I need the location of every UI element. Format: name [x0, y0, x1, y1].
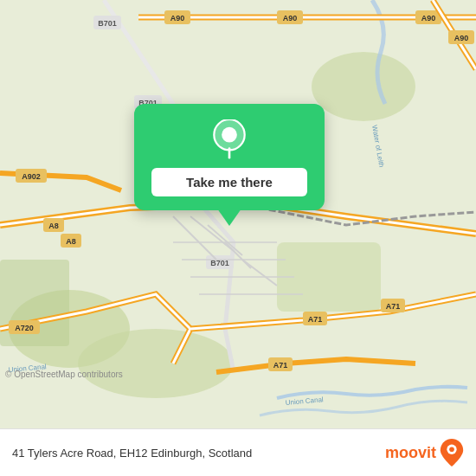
svg-point-2 [312, 52, 415, 121]
svg-text:A902: A902 [22, 172, 41, 181]
svg-text:A720: A720 [15, 324, 34, 332]
map-attribution: © OpenStreetMap contributors [5, 370, 123, 379]
svg-text:A71: A71 [308, 315, 323, 324]
svg-text:A71: A71 [386, 302, 401, 311]
svg-point-48 [222, 127, 237, 143]
svg-text:A90: A90 [283, 14, 298, 23]
svg-text:A90: A90 [454, 34, 469, 42]
address-label: 41 Tylers Acre Road, EH12 Edinburgh, Sco… [12, 447, 252, 460]
svg-text:B701: B701 [98, 19, 117, 28]
svg-text:A90: A90 [421, 14, 436, 23]
svg-text:A71: A71 [273, 361, 288, 370]
svg-point-4 [78, 329, 234, 398]
svg-text:A8: A8 [66, 237, 76, 246]
moovit-pin-icon [440, 439, 464, 466]
moovit-wordmark: moovit [385, 444, 436, 462]
svg-text:A90: A90 [170, 14, 185, 23]
bottom-bar: 41 Tylers Acre Road, EH12 Edinburgh, Sco… [0, 428, 476, 476]
location-popup: Take me there [134, 104, 325, 210]
moovit-logo: moovit [385, 439, 464, 466]
map-container: A90 A90 A90 A90 B701 B701 A902 A8 A8 A72… [0, 0, 476, 428]
take-me-there-button[interactable]: Take me there [151, 168, 307, 196]
svg-text:A8: A8 [48, 222, 59, 230]
svg-point-50 [449, 447, 454, 452]
location-pin-icon [209, 119, 249, 159]
